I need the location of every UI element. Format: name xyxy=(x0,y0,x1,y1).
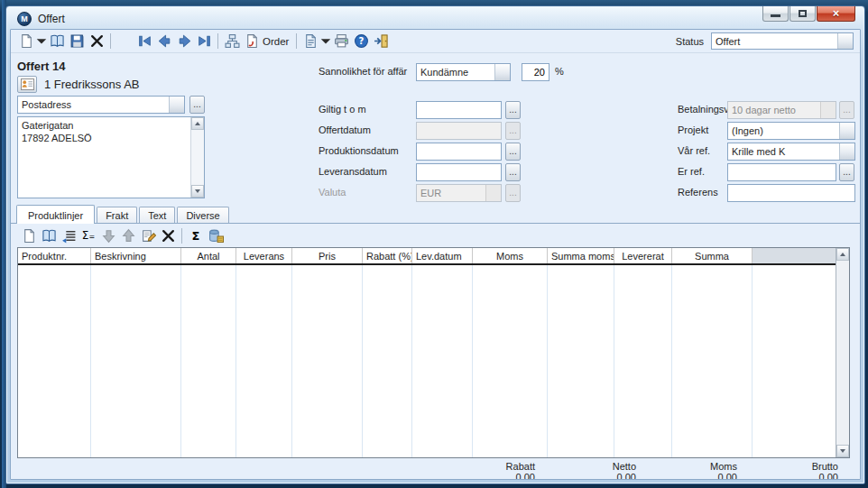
report-button[interactable] xyxy=(300,32,320,51)
payment-terms-dropdown: 10 dagar netto xyxy=(727,101,836,119)
save-button[interactable] xyxy=(67,32,87,51)
delivery-date-input[interactable] xyxy=(416,163,502,181)
scroll-up-button[interactable] xyxy=(836,248,849,261)
production-date-browse-button[interactable]: ... xyxy=(505,143,521,161)
address-type-dropdown[interactable]: Postadress xyxy=(17,96,185,114)
order-button-label[interactable]: Order xyxy=(263,36,289,47)
reference-input[interactable] xyxy=(727,184,855,202)
dropdown-button[interactable] xyxy=(839,143,854,160)
exit-button[interactable] xyxy=(371,32,391,51)
scroll-down-button[interactable] xyxy=(191,185,204,198)
column-header[interactable]: Produktnr. xyxy=(18,248,91,263)
help-button[interactable]: ? xyxy=(351,32,371,51)
product-lines-table[interactable]: Produktnr.BeskrivningAntalLeveransPrisRa… xyxy=(17,247,850,458)
column-header[interactable]: Beskrivning xyxy=(91,248,181,263)
titlebar[interactable]: M Offert × xyxy=(10,6,861,29)
dropdown-button[interactable] xyxy=(169,97,184,113)
production-date-input[interactable] xyxy=(416,143,502,161)
tab[interactable]: Diverse xyxy=(177,207,228,223)
insert-row-icon xyxy=(61,228,77,244)
total-value: 0,00 xyxy=(535,472,636,480)
valid-until-browse-button[interactable]: ... xyxy=(505,101,521,119)
app-icon: M xyxy=(17,12,32,26)
address-line-1: Gaterigatan xyxy=(22,119,187,132)
delete-x-icon xyxy=(89,33,105,49)
customer-card-button[interactable] xyxy=(17,76,37,93)
column-header[interactable]: Summa xyxy=(672,248,753,263)
table-column xyxy=(18,265,91,457)
scroll-up-button[interactable] xyxy=(191,117,204,130)
last-record-button[interactable] xyxy=(194,32,214,51)
previous-record-button[interactable] xyxy=(154,32,174,51)
open-button[interactable] xyxy=(47,32,67,51)
new-row-button[interactable] xyxy=(19,226,39,245)
your-ref-browse-button[interactable]: ... xyxy=(839,163,854,181)
tab[interactable]: Text xyxy=(139,207,175,223)
form-area: Offert 14 1 Fredrikssons AB Postadress .… xyxy=(11,53,860,204)
tab[interactable]: Produktlinjer xyxy=(16,205,95,224)
address-textarea[interactable]: Gaterigatan 17892 ADELSÖ xyxy=(17,116,205,198)
total-label: Moms xyxy=(636,461,737,472)
sum-line-button[interactable]: Σ= xyxy=(78,226,98,245)
dropdown-button[interactable] xyxy=(839,123,854,139)
delete-button[interactable] xyxy=(87,32,106,51)
save-icon xyxy=(69,33,85,49)
order-button[interactable] xyxy=(242,32,262,51)
column-header[interactable]: Rabatt (%) xyxy=(363,248,412,263)
open-row-button[interactable] xyxy=(39,226,59,245)
your-ref-input[interactable] xyxy=(727,163,836,181)
column-header[interactable]: Antal xyxy=(181,248,236,263)
dropdown-button[interactable] xyxy=(494,64,510,80)
first-record-button[interactable] xyxy=(134,32,154,51)
help-icon: ? xyxy=(354,33,369,49)
probability-percent-input[interactable] xyxy=(522,63,549,81)
table-body[interactable] xyxy=(18,265,836,457)
report-dropdown-button[interactable] xyxy=(320,32,331,51)
open-book-icon xyxy=(42,228,57,244)
move-up-button[interactable] xyxy=(118,226,138,245)
address-scrollbar[interactable] xyxy=(190,117,204,198)
new-document-button[interactable] xyxy=(16,32,36,51)
column-header[interactable]: Summa moms xyxy=(548,248,614,263)
minimize-button[interactable] xyxy=(762,6,789,22)
column-header[interactable]: Moms xyxy=(473,248,548,263)
table-column xyxy=(548,265,614,457)
recalculate-button[interactable] xyxy=(206,226,226,245)
print-button[interactable] xyxy=(331,32,351,51)
our-ref-value: Krille med K xyxy=(728,143,839,160)
column-header[interactable]: Levererat xyxy=(614,248,672,263)
table-scrollbar[interactable] xyxy=(836,248,849,457)
tab[interactable]: Frakt xyxy=(97,207,137,223)
column-header[interactable]: Lev.datum xyxy=(412,248,473,263)
insert-row-button[interactable] xyxy=(59,226,78,245)
next-record-button[interactable] xyxy=(174,32,194,51)
close-button[interactable]: × xyxy=(817,6,855,22)
status-dropdown[interactable]: Offert xyxy=(711,32,854,50)
status-label: Status xyxy=(676,36,704,47)
reference-label: Referens xyxy=(678,187,718,198)
delete-row-button[interactable] xyxy=(158,226,178,245)
scroll-down-button[interactable] xyxy=(836,445,849,457)
dropdown-button[interactable] xyxy=(837,33,853,49)
maximize-button[interactable] xyxy=(790,6,816,22)
new-dropdown-button[interactable] xyxy=(36,32,47,51)
probability-dropdown[interactable]: Kundämne xyxy=(416,63,511,81)
arrow-down-icon xyxy=(195,189,200,193)
total-value: 0,00 xyxy=(636,472,737,480)
valid-until-input[interactable] xyxy=(416,101,502,119)
payment-terms-browse-button: ... xyxy=(839,101,854,119)
edit-row-button[interactable] xyxy=(138,226,158,245)
our-ref-dropdown[interactable]: Krille med K xyxy=(727,143,855,161)
sum-button[interactable]: Σ xyxy=(186,226,206,245)
move-down-button[interactable] xyxy=(98,226,118,245)
address-text: Gaterigatan 17892 ADELSÖ xyxy=(18,117,190,198)
address-browse-button[interactable]: ... xyxy=(189,96,205,114)
project-dropdown[interactable]: (Ingen) xyxy=(727,122,855,140)
delivery-date-browse-button[interactable]: ... xyxy=(505,163,521,181)
desktop-background: M Offert × xyxy=(0,0,868,488)
your-ref-label: Er ref. xyxy=(678,166,705,177)
linked-records-button[interactable] xyxy=(222,32,242,51)
column-header[interactable]: Leverans xyxy=(236,248,292,263)
delivery-date-label: Leveransdatum xyxy=(319,166,387,177)
column-header[interactable]: Pris xyxy=(292,248,363,263)
